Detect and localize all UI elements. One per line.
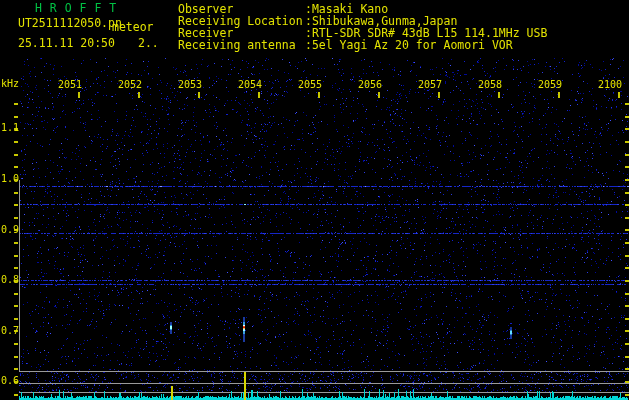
- hrofft-window: H R O F F T UT2511112050.pn meteor 25.11…: [0, 0, 629, 400]
- freq-axis-label: 0.9: [1, 224, 19, 235]
- freq-axis-label: 1.1: [1, 122, 19, 133]
- time-axis-label: 2058: [478, 79, 502, 90]
- time-axis-label: 2051: [58, 79, 82, 90]
- freq-axis-label: 1.0: [1, 173, 19, 184]
- time-axis-label: 2052: [118, 79, 142, 90]
- filename-overlay-text: meteor: [112, 21, 154, 33]
- freq-axis-label: 0.8: [1, 274, 19, 285]
- app-title: H R O F F T: [35, 2, 117, 14]
- filename-text: UT2511112050.pn: [18, 17, 122, 29]
- echo-counter-text: 2..: [138, 37, 159, 49]
- time-axis-label: 2055: [298, 79, 322, 90]
- time-axis-label: 2054: [238, 79, 262, 90]
- time-axis-label: 2057: [418, 79, 442, 90]
- meta-value-antenna: :5el Yagi Az 20 for Aomori VOR: [305, 38, 513, 52]
- time-axis-label: 2100: [598, 79, 622, 90]
- freq-axis-label: 0.7: [1, 325, 19, 336]
- freq-axis-label: 0.6: [1, 375, 19, 386]
- datetime-text: 25.11.11 20:50: [18, 37, 115, 49]
- time-axis-label: 2059: [538, 79, 562, 90]
- time-axis-label: 2053: [178, 79, 202, 90]
- meta-label-antenna: Receiving antenna: [178, 38, 296, 52]
- time-axis-label: 2056: [358, 79, 382, 90]
- spectrogram-canvas: [0, 0, 629, 400]
- freq-axis-unit: kHz: [1, 78, 19, 90]
